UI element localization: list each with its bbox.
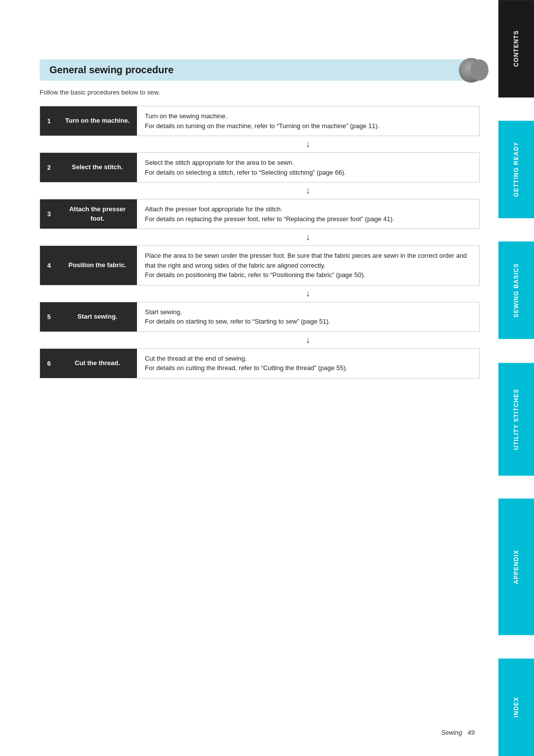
sidebar-tab-appendix[interactable]: APPENDIX xyxy=(498,499,534,635)
sidebar-tab-utility-stitches[interactable]: UTILITY STITCHES xyxy=(498,363,534,475)
intro-text: Follow the basic procedures below to sew… xyxy=(40,89,480,96)
step-row-6: 6 Cut the thread. Cut the thread at the … xyxy=(40,348,480,378)
section-header: General sewing procedure xyxy=(40,59,480,81)
step-number-5: 5 xyxy=(40,302,58,331)
step-row-4: 4 Position the fabric. Place the area to… xyxy=(40,245,480,285)
arrow-2: ↓ xyxy=(136,183,480,199)
sidebar-tab-contents[interactable]: CONTENTS xyxy=(498,0,534,97)
section-title: General sewing procedure xyxy=(49,64,174,76)
step-row-2: 2 Select the stitch. Select the stitch a… xyxy=(40,152,480,183)
sidebar-tab-sewing-basics[interactable]: SEWING BASICS xyxy=(498,241,534,339)
footer-text: Sewing xyxy=(441,729,462,736)
step-number-4: 4 xyxy=(40,246,58,285)
right-sidebar: CONTENTS GETTING READY SEWING BASICS UTI… xyxy=(498,0,534,756)
step-desc-5: Start sewing.For details on starting to … xyxy=(137,302,479,331)
step-row-1: 1 Turn on the machine. Turn on the sewin… xyxy=(40,106,480,136)
step-row-5: 5 Start sewing. Start sewing.For details… xyxy=(40,302,480,332)
step-desc-4: Place the area to be sewn under the pres… xyxy=(137,246,479,285)
step-desc-6: Cut the thread at the end of sewing.For … xyxy=(137,349,479,378)
step-label-5: Start sewing. xyxy=(58,302,137,331)
footer-page: 49 xyxy=(468,729,475,736)
step-label-3: Attach the presser foot. xyxy=(58,199,137,229)
step-label-2: Select the stitch. xyxy=(58,153,137,182)
step-label-6: Cut the thread. xyxy=(58,349,137,378)
step-desc-1: Turn on the sewing machine.For details o… xyxy=(137,106,479,136)
arrow-1: ↓ xyxy=(136,136,480,152)
arrow-4: ↓ xyxy=(136,285,480,302)
step-desc-2: Select the stitch appropriate for the ar… xyxy=(137,153,479,182)
step-number-1: 1 xyxy=(40,106,58,136)
page-content: General sewing procedure Follow the basi… xyxy=(40,59,480,716)
section-header-wrapper: General sewing procedure xyxy=(40,59,480,81)
arrow-5: ↓ xyxy=(136,332,480,348)
steps-container: 1 Turn on the machine. Turn on the sewin… xyxy=(40,106,480,378)
step-number-2: 2 xyxy=(40,153,58,182)
arrow-3: ↓ xyxy=(136,229,480,245)
step-number-6: 6 xyxy=(40,349,58,378)
page-footer: Sewing 49 xyxy=(441,729,475,736)
sidebar-tab-getting-ready[interactable]: GETTING READY xyxy=(498,121,534,218)
step-label-1: Turn on the machine. xyxy=(58,106,137,136)
step-row-3: 3 Attach the presser foot. Attach the pr… xyxy=(40,199,480,229)
header-circle-decoration xyxy=(459,58,484,83)
sidebar-tab-index[interactable]: INDEX xyxy=(498,659,534,756)
step-number-3: 3 xyxy=(40,199,58,229)
step-desc-3: Attach the presser foot appropriate for … xyxy=(137,199,479,229)
step-label-4: Position the fabric. xyxy=(58,246,137,285)
